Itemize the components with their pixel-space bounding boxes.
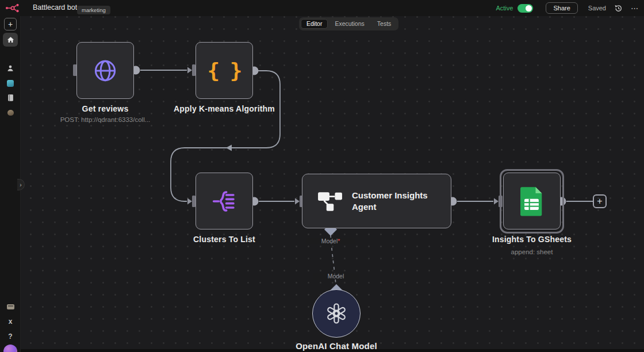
node-label-kmeans: Apply K-means Algorithm xyxy=(167,104,282,113)
input-arrow-agent xyxy=(295,198,300,205)
chevron-right-icon: › xyxy=(20,182,21,188)
node-label-get-reviews: Get reviews xyxy=(48,104,163,113)
wire-arrow-left xyxy=(226,145,232,151)
help-icon: ? xyxy=(8,333,12,340)
model-label: Model xyxy=(321,238,338,244)
node-agent[interactable]: Customer Insights Agent xyxy=(302,174,451,228)
required-asterisk: * xyxy=(338,238,340,244)
user-avatar[interactable] xyxy=(3,345,17,352)
history-icon[interactable] xyxy=(614,4,623,13)
agent-workflow-icon xyxy=(317,191,343,212)
node-label-agent: Customer Insights Agent xyxy=(352,190,441,212)
node-clusters[interactable] xyxy=(195,173,253,229)
plus-icon: + xyxy=(8,20,13,28)
tab-editor[interactable]: Editor xyxy=(301,19,328,29)
coffee-icon xyxy=(7,110,14,116)
google-sheets-icon xyxy=(519,186,545,217)
openai-model-port-label: Model xyxy=(313,273,359,280)
input-arrow-clusters xyxy=(187,198,192,205)
node-subtitle-gsheets: append: sheet xyxy=(474,248,589,255)
node-label-clusters: Clusters To List xyxy=(167,235,282,244)
x-icon: x xyxy=(9,318,13,325)
saved-status: Saved xyxy=(588,5,606,12)
sidebar-item-overview[interactable] xyxy=(3,33,18,47)
share-button[interactable]: Share xyxy=(546,2,577,14)
node-label-gsheets: Insights To GSheets xyxy=(474,235,589,244)
globe-icon xyxy=(92,58,118,84)
node-gsheets[interactable] xyxy=(503,173,561,229)
plus-icon: + xyxy=(597,197,602,206)
workflow-canvas[interactable]: Editor Executions Tests xyxy=(21,16,644,352)
active-toggle[interactable] xyxy=(518,4,533,13)
user-icon xyxy=(6,64,14,72)
code-braces-icon: { } xyxy=(207,59,241,82)
openai-icon xyxy=(324,301,349,326)
workflow-title[interactable]: Battlecard bot xyxy=(33,3,77,12)
header-bar: Battlecard bot marketing Active Share Sa… xyxy=(0,0,644,16)
whats-new-icon xyxy=(7,304,14,309)
sidebar-item-project-1[interactable] xyxy=(0,77,21,90)
sidebar-item-help[interactable]: ? xyxy=(0,330,21,343)
toggle-knob xyxy=(526,5,532,12)
input-arrow-kmeans xyxy=(187,67,192,74)
node-get-reviews[interactable] xyxy=(76,42,134,99)
workflow-tag[interactable]: marketing xyxy=(77,6,110,14)
add-workflow-button[interactable]: + xyxy=(4,18,17,30)
home-icon xyxy=(7,36,14,43)
split-out-icon xyxy=(212,189,237,214)
sidebar-item-project-2[interactable] xyxy=(0,91,21,104)
n8n-logo-icon xyxy=(5,3,20,13)
n8n-workflow-editor: Battlecard bot marketing Active Share Sa… xyxy=(0,0,644,352)
view-tabs: Editor Executions Tests xyxy=(299,17,398,30)
sidebar-item-whats-new[interactable] xyxy=(0,300,21,313)
node-label-openai: OpenAI Chat Model xyxy=(273,341,400,351)
add-node-button[interactable]: + xyxy=(593,194,607,208)
input-arrow-gsheets xyxy=(494,198,499,205)
node-openai[interactable] xyxy=(312,289,361,338)
node-subtitle-get-reviews: POST: http://qdrant:6333/coll... xyxy=(36,116,174,123)
tab-executions[interactable]: Executions xyxy=(329,19,370,29)
active-label: Active xyxy=(496,5,513,12)
notebook-icon xyxy=(7,94,14,102)
sidebar-item-personal[interactable] xyxy=(0,62,21,75)
tab-tests[interactable]: Tests xyxy=(371,19,397,29)
sidebar-item-project-3[interactable] xyxy=(0,106,21,119)
node-kmeans[interactable]: { } xyxy=(195,42,253,99)
agent-model-port-label: Model* xyxy=(306,238,355,244)
more-options-icon[interactable]: ⋯ xyxy=(631,5,638,12)
sidebar-item-x[interactable]: x xyxy=(0,315,21,328)
project-teal-icon xyxy=(7,80,14,87)
